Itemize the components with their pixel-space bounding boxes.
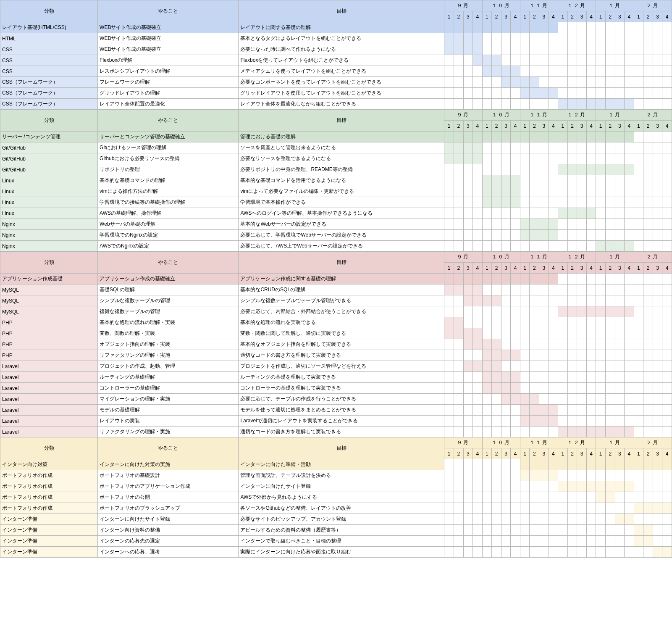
gantt-cell — [482, 503, 492, 514]
gantt-cell — [482, 88, 492, 99]
header-week: 3 — [615, 121, 625, 132]
gantt-cell — [596, 306, 606, 317]
gantt-cell — [511, 44, 520, 55]
gantt-cell — [653, 22, 662, 33]
gantt-cell — [511, 164, 520, 175]
gantt-cell — [605, 33, 615, 44]
gantt-cell — [558, 361, 568, 372]
gantt-cell — [558, 284, 568, 295]
gantt-cell — [567, 77, 577, 88]
gantt-cell — [549, 328, 558, 339]
header-week: 3 — [463, 121, 473, 132]
gantt-cell — [605, 525, 615, 536]
gantt-cell — [653, 416, 662, 427]
gantt-cell — [530, 33, 539, 44]
table-row: Git/GitHubリポジトリの整理必要リポジトリの中身の整理、README等の… — [0, 164, 672, 175]
gantt-cell — [520, 274, 530, 284]
gantt-cell — [473, 525, 483, 536]
cell-task: フレームワークの理解 — [98, 77, 239, 88]
gantt-cell — [520, 492, 530, 503]
table-row: Git/GitHubGithubにおける必要リソースの整備必要なリソースを整理で… — [0, 153, 672, 164]
gantt-cell — [605, 219, 615, 230]
gantt-cell — [615, 164, 625, 175]
gantt-cell — [463, 88, 473, 99]
gantt-cell — [615, 88, 625, 99]
gantt-cell — [520, 525, 530, 536]
gantt-cell — [643, 394, 653, 405]
gantt-cell — [596, 197, 606, 208]
gantt-cell — [596, 547, 606, 558]
gantt-cell — [492, 339, 501, 350]
gantt-cell — [577, 416, 587, 427]
cell-goal: 適切なコードの書き方を理解して実装できる — [239, 427, 444, 437]
cell-category: Laravel — [0, 416, 98, 427]
gantt-cell — [662, 481, 672, 492]
gantt-cell — [558, 481, 568, 492]
gantt-cell — [558, 416, 568, 427]
gantt-cell — [653, 536, 662, 547]
gantt-cell — [473, 306, 483, 317]
gantt-cell — [625, 208, 634, 219]
gantt-cell — [473, 405, 483, 416]
header-week: 1 — [482, 11, 492, 22]
cell-task: インターンに向けた対策の実施 — [98, 459, 239, 470]
gantt-cell — [634, 132, 643, 142]
gantt-cell — [549, 306, 558, 317]
gantt-cell — [586, 427, 596, 437]
gantt-cell — [444, 55, 454, 66]
gantt-cell — [567, 547, 577, 558]
gantt-cell — [577, 547, 587, 558]
header-week: 2 — [643, 448, 653, 459]
gantt-cell — [634, 219, 643, 230]
gantt-cell — [586, 317, 596, 328]
gantt-cell — [625, 394, 634, 405]
table-row: インターン準備インターン向け資料の整備アピールするための資料の整備（履歴書等） — [0, 525, 672, 536]
gantt-cell — [662, 132, 672, 142]
gantt-cell — [520, 361, 530, 372]
gantt-cell — [662, 317, 672, 328]
gantt-cell — [444, 44, 454, 55]
gantt-cell — [444, 219, 454, 230]
header-week: 2 — [567, 263, 577, 274]
gantt-cell — [482, 339, 492, 350]
cell-task: レスポンシブレイアウトの理解 — [98, 66, 239, 77]
gantt-cell — [577, 361, 587, 372]
gantt-cell — [615, 514, 625, 525]
header-week: 3 — [463, 11, 473, 22]
gantt-cell — [482, 317, 492, 328]
gantt-cell — [662, 295, 672, 306]
cell-goal: 基本的な基礎コマンドを活用できるようになる — [239, 175, 444, 186]
gantt-cell — [625, 306, 634, 317]
gantt-cell — [482, 350, 492, 361]
gantt-cell — [444, 459, 454, 470]
gantt-cell — [454, 514, 463, 525]
gantt-cell — [586, 503, 596, 514]
cell-goal: 必要なコンポーネントを使ってレイアウトを組むことができる — [239, 77, 444, 88]
cell-task: Gitにおけるソース管理の理解 — [98, 142, 239, 153]
gantt-cell — [615, 219, 625, 230]
gantt-cell — [482, 328, 492, 339]
gantt-cell — [530, 274, 539, 284]
gantt-cell — [586, 132, 596, 142]
gantt-cell — [567, 88, 577, 99]
gantt-cell — [615, 241, 625, 252]
gantt-cell — [482, 306, 492, 317]
gantt-cell — [567, 142, 577, 153]
gantt-cell — [577, 394, 587, 405]
gantt-cell — [520, 197, 530, 208]
gantt-cell — [473, 427, 483, 437]
gantt-cell — [558, 44, 568, 55]
gantt-cell — [605, 142, 615, 153]
table-row: インターン準備インターンへの応募、選考実際にインターンに向けた応募や面接に取り組… — [0, 547, 672, 558]
gantt-cell — [444, 164, 454, 175]
gantt-cell — [586, 77, 596, 88]
gantt-cell — [549, 317, 558, 328]
cell-goal: 必要なサイトのピックアップ、アカウント登録 — [239, 514, 444, 525]
cell-task: AWSの基礎理解、操作理解 — [98, 208, 239, 219]
gantt-cell — [549, 132, 558, 142]
gantt-cell — [501, 230, 511, 241]
gantt-cell — [596, 416, 606, 427]
gantt-cell — [463, 77, 473, 88]
cell-task: リファクタリングの理解・実施 — [98, 427, 239, 437]
cell-category: HTML — [0, 33, 98, 44]
